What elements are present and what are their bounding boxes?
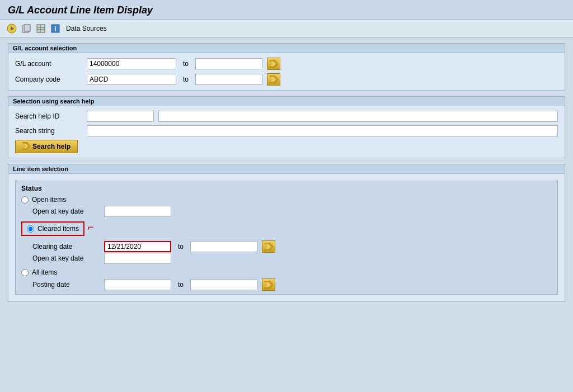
open-at-key-date-input[interactable] [104,206,171,217]
search-help-button-icon [22,142,30,152]
company-code-arrow-button[interactable] [267,73,280,86]
status-title: Status [21,185,552,192]
svg-rect-4 [37,25,45,32]
gl-account-input[interactable] [87,58,176,69]
table-icon[interactable] [35,22,47,35]
cleared-open-at-key-date-label: Open at key date [32,254,100,262]
company-code-input[interactable] [87,74,176,85]
page-title: G/L Account Line Item Display [8,4,565,16]
company-code-to-input[interactable] [195,74,262,85]
data-sources-label: Data Sources [66,25,107,32]
copy-icon[interactable] [20,22,32,35]
gl-account-arrow-button[interactable] [267,58,280,70]
search-help-button-row: Search help [15,140,558,153]
company-code-to-label: to [183,75,189,83]
all-items-row: All items [21,268,552,276]
gl-account-section-title: G/L account selection [8,44,565,53]
open-items-label: Open items [32,196,66,204]
posting-date-to-input[interactable] [190,279,257,290]
posting-date-label: Posting date [32,281,100,289]
posting-date-input[interactable] [104,279,171,290]
posting-date-arrow-button[interactable] [262,278,275,291]
gl-account-label: G/L account [15,60,82,68]
cleared-items-label: Cleared items [37,225,79,233]
clearing-date-input[interactable] [104,241,171,252]
search-string-label: Search string [15,127,82,135]
clearing-date-arrow-button[interactable] [262,240,275,253]
search-help-section: Selection using search help Search help … [8,96,565,158]
svg-text:i: i [54,25,56,33]
line-item-section: Line item selection Status Open items Op… [8,164,565,302]
search-string-row: Search string [15,125,558,136]
all-items-label: All items [32,268,57,276]
red-bracket-indicator: ⌐ [88,221,94,234]
open-items-radio[interactable] [21,196,29,204]
cleared-open-at-key-date-row: Open at key date [32,253,552,264]
line-item-section-title: Line item selection [8,164,565,174]
search-help-button-label: Search help [32,143,71,150]
gl-account-to-label: to [183,60,189,68]
search-help-button[interactable]: Search help [15,140,78,153]
clearing-date-to-input[interactable] [190,241,257,252]
company-code-row: Company code to [15,73,558,86]
posting-date-to-label: to [178,281,184,289]
cleared-open-at-key-date-input[interactable] [104,253,171,264]
search-help-section-title: Selection using search help [8,97,565,106]
search-string-input[interactable] [87,125,558,136]
svg-rect-3 [24,25,30,31]
execute-icon[interactable] [6,22,18,35]
open-at-key-date-label: Open at key date [32,207,100,215]
all-items-radio[interactable] [21,269,29,276]
open-items-row: Open items [21,196,552,204]
clearing-date-row: Clearing date to [32,240,552,253]
search-help-id-label: Search help ID [15,112,82,120]
info-icon[interactable]: i [49,22,62,35]
title-bar: G/L Account Line Item Display [0,0,573,20]
status-section: Status Open items Open at key date [15,181,558,295]
search-help-id-input[interactable] [87,111,154,122]
gl-account-section: G/L account selection G/L account to [8,43,565,91]
search-help-id-row: Search help ID [15,111,558,122]
toolbar: i Data Sources [0,20,573,37]
cleared-items-group: Cleared items [21,221,84,236]
search-help-id-main-input[interactable] [158,111,558,122]
clearing-date-to-label: to [178,243,184,251]
posting-date-row: Posting date to [32,278,552,291]
company-code-label: Company code [15,75,82,83]
gl-account-to-input[interactable] [195,58,262,69]
open-at-key-date-row: Open at key date [32,206,552,217]
clearing-date-label: Clearing date [32,243,100,251]
cleared-items-radio[interactable] [27,225,34,233]
gl-account-row: G/L account to [15,58,558,70]
